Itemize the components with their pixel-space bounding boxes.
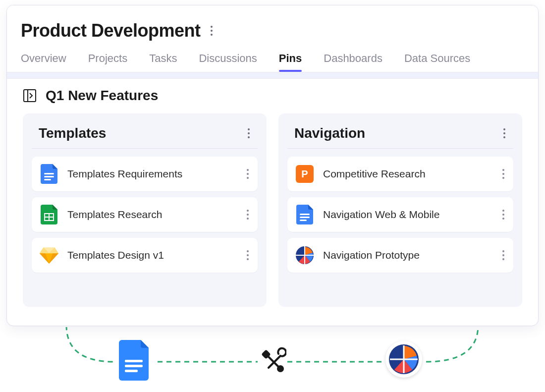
tabs-bar: OverviewProjectsTasksDiscussionsPinsDash… xyxy=(21,52,524,72)
pin-card[interactable]: Templates Design v1 xyxy=(32,238,258,273)
svg-rect-18 xyxy=(125,370,138,372)
sketch-icon xyxy=(40,246,58,265)
svg-rect-0 xyxy=(24,90,36,102)
svg-rect-17 xyxy=(125,365,143,367)
cards-list: Templates Requirements Templates Researc… xyxy=(32,157,258,273)
tab-projects[interactable]: Projects xyxy=(88,52,127,72)
tools-icon xyxy=(259,347,286,377)
svg-rect-4 xyxy=(44,179,51,180)
google-doc-icon xyxy=(295,205,314,224)
svg-rect-2 xyxy=(44,173,54,174)
app-window: Product Development OverviewProjectsTask… xyxy=(6,5,539,326)
svg-rect-11 xyxy=(300,217,310,218)
svg-rect-16 xyxy=(125,360,143,362)
svg-rect-12 xyxy=(300,220,307,221)
svg-rect-10 xyxy=(300,214,310,215)
pie-app-icon xyxy=(295,246,314,265)
pin-card-menu-button[interactable] xyxy=(244,247,252,263)
title-row: Product Development xyxy=(21,20,524,41)
pin-card[interactable]: Templates Requirements xyxy=(32,157,258,191)
header: Product Development OverviewProjectsTask… xyxy=(7,5,538,72)
pin-card-label: Templates Requirements xyxy=(67,168,235,180)
pin-card-label: Navigation Prototype xyxy=(323,249,490,261)
column-title: Templates xyxy=(39,125,106,141)
column-title: Navigation xyxy=(294,125,365,141)
pin-card-label: Templates Design v1 xyxy=(67,249,235,261)
collapse-toggle-icon[interactable] xyxy=(23,89,37,103)
tab-pins[interactable]: Pins xyxy=(279,52,302,72)
svg-rect-20 xyxy=(263,351,270,358)
pin-card-label: Templates Research xyxy=(67,209,235,221)
page-menu-button[interactable] xyxy=(208,23,216,39)
google-doc-icon xyxy=(40,165,58,183)
pin-card[interactable]: P Competitive Research xyxy=(287,157,513,191)
google-sheet-icon xyxy=(40,205,58,224)
pin-card-menu-button[interactable] xyxy=(244,207,252,223)
tab-discussions[interactable]: Discussions xyxy=(199,52,257,72)
column-header: Navigation xyxy=(287,122,513,149)
tab-overview[interactable]: Overview xyxy=(21,52,66,72)
pin-card[interactable]: Navigation Prototype xyxy=(287,238,513,273)
pin-card-label: Navigation Web & Mobile xyxy=(323,209,490,221)
pin-card-menu-button[interactable] xyxy=(244,166,252,182)
pin-card[interactable]: Templates Research xyxy=(32,197,258,232)
cards-list: P Competitive Research Navigation Web & … xyxy=(287,157,513,273)
section-bar: Q1 New Features xyxy=(7,79,538,109)
pin-card[interactable]: Navigation Web & Mobile xyxy=(287,197,513,232)
column-templates: Templates Templates Requirements Templat… xyxy=(23,113,267,307)
column-menu-button[interactable] xyxy=(500,125,508,141)
pin-card-label: Competitive Research xyxy=(323,168,490,180)
section-title: Q1 New Features xyxy=(46,88,158,104)
pin-card-menu-button[interactable] xyxy=(499,166,507,182)
page-title: Product Development xyxy=(21,20,201,41)
pin-card-menu-button[interactable] xyxy=(499,207,507,223)
pie-app-large-icon xyxy=(385,341,422,378)
tab-tasks[interactable]: Tasks xyxy=(149,52,177,72)
svg-point-19 xyxy=(278,366,283,371)
column-header: Templates xyxy=(32,122,258,149)
pin-card-menu-button[interactable] xyxy=(499,247,507,263)
svg-rect-3 xyxy=(44,176,54,177)
column-menu-button[interactable] xyxy=(245,125,253,141)
tab-data-sources[interactable]: Data Sources xyxy=(404,52,470,72)
google-doc-large-icon xyxy=(117,342,154,379)
column-navigation: Navigation P Competitive Research Naviga… xyxy=(278,113,522,307)
columns-container: Templates Templates Requirements Templat… xyxy=(7,109,538,319)
header-divider xyxy=(7,72,538,79)
powerpoint-icon: P xyxy=(295,165,314,183)
svg-text:P: P xyxy=(301,168,308,179)
tab-dashboards[interactable]: Dashboards xyxy=(324,52,382,72)
illustration-strip xyxy=(0,327,545,387)
